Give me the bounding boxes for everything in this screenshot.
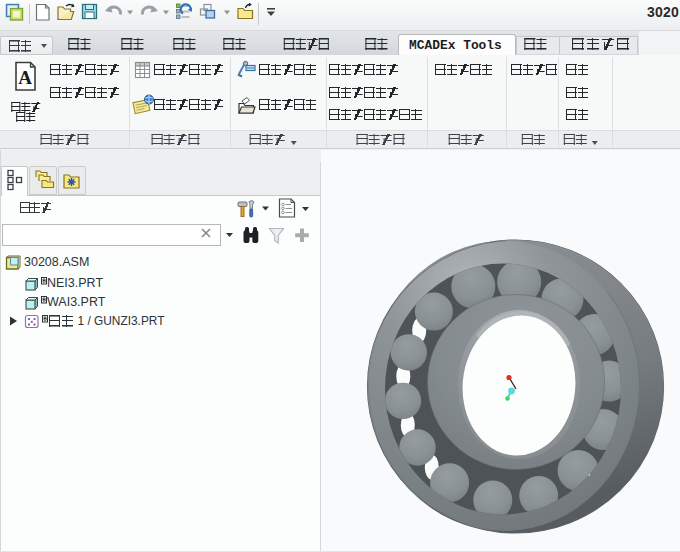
svg-text:A: A: [18, 67, 32, 88]
